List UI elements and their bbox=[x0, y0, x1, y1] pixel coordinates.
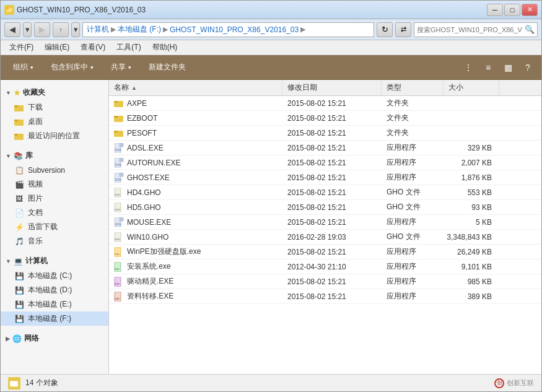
svg-text:EXE: EXE bbox=[115, 268, 120, 271]
table-row[interactable]: EXE 资料转移.EXE 2015-08-02 15:21 应用程序 389 K… bbox=[109, 289, 541, 304]
forward-button[interactable]: ▶ bbox=[34, 22, 50, 37]
new-folder-button[interactable]: 新建文件夹 bbox=[141, 58, 193, 77]
file-cell-type-3: 应用程序 bbox=[382, 142, 444, 153]
maximize-button[interactable]: □ bbox=[504, 4, 520, 16]
sidebar-item-pictures[interactable]: 🖼 图片 bbox=[1, 191, 108, 206]
include-library-button[interactable]: 包含到库中 ▾ bbox=[43, 58, 101, 77]
more-options-button[interactable]: ⋮ bbox=[460, 59, 477, 76]
file-cell-name: EXE 安装系统.exe bbox=[109, 261, 282, 272]
close-button[interactable]: ✕ bbox=[522, 4, 538, 16]
up-button[interactable]: ↑ bbox=[53, 22, 69, 37]
file-cell-name: EXE WinPE加强硬盘版.exe bbox=[109, 246, 282, 257]
menu-file[interactable]: 文件(F) bbox=[4, 41, 38, 54]
sidebar-item-documents[interactable]: 📄 文档 bbox=[1, 206, 108, 220]
table-row[interactable]: EXE AUTORUN.EXE 2015-08-02 15:21 应用程序 2,… bbox=[109, 155, 541, 170]
file-icon-0 bbox=[114, 98, 124, 108]
table-row[interactable]: GHO WIN10.GHO 2016-02-28 19:03 GHO 文件 3,… bbox=[109, 230, 541, 245]
explorer-window: 📁 GHOST_WIN10_PRO_X86_V2016_03 ─ □ ✕ ◀ ▾… bbox=[0, 0, 542, 392]
computer-header[interactable]: ▼ 💻 计算机 bbox=[1, 253, 108, 269]
minimize-button[interactable]: ─ bbox=[487, 4, 503, 16]
sidebar-item-video[interactable]: 🎬 视频 bbox=[1, 177, 108, 191]
menu-tools[interactable]: 工具(T) bbox=[111, 41, 146, 54]
path-segment-folder[interactable]: GHOST_WIN10_PRO_X86_V2016_03 bbox=[170, 25, 299, 34]
network-header[interactable]: ▶ 🌐 网络 bbox=[1, 331, 108, 346]
svg-rect-39 bbox=[10, 381, 13, 383]
share-button[interactable]: 共享 ▾ bbox=[103, 58, 139, 77]
organize-label: 组织 bbox=[13, 62, 28, 72]
recent-dropdown[interactable]: ▾ bbox=[71, 22, 80, 37]
sidebar-item-desktop[interactable]: 桌面 bbox=[1, 115, 108, 129]
sidebar-item-drive-c[interactable]: 💾 本地磁盘 (C:) bbox=[1, 269, 108, 283]
file-name-10: WinPE加强硬盘版.exe bbox=[127, 246, 201, 257]
table-row[interactable]: EXE MOUSE.EXE 2015-08-02 15:21 应用程序 5 KB bbox=[109, 215, 541, 230]
sidebar-item-thunder[interactable]: ⚡ 迅雷下载 bbox=[1, 220, 108, 234]
col-header-modified[interactable]: 修改日期 bbox=[282, 80, 382, 95]
table-row[interactable]: EZBOOT 2015-08-02 15:21 文件夹 bbox=[109, 111, 541, 126]
file-name-8: MOUSE.EXE bbox=[127, 218, 171, 227]
file-cell-size-4: 2,007 KB bbox=[444, 159, 499, 167]
search-icon[interactable]: 🔍 bbox=[525, 25, 535, 34]
table-row[interactable]: EXE WinPE加强硬盘版.exe 2015-08-02 15:21 应用程序… bbox=[109, 245, 541, 259]
svg-rect-3 bbox=[14, 120, 18, 121]
sidebar-item-drive-e[interactable]: 💾 本地磁盘 (E:) bbox=[1, 297, 108, 311]
thunder-label: 迅雷下载 bbox=[28, 222, 58, 232]
column-headers: 名称 ▲ 修改日期 类型 大小 bbox=[109, 80, 541, 96]
toolbar: 组织 ▾ 包含到库中 ▾ 共享 ▾ 新建文件夹 ⋮ ≡ ▦ ? bbox=[1, 55, 541, 80]
file-cell-modified-0: 2015-08-02 15:21 bbox=[282, 99, 382, 108]
search-input[interactable] bbox=[417, 26, 522, 33]
refresh-button[interactable]: ↻ bbox=[377, 22, 393, 37]
file-cell-name: EXE 资料转移.EXE bbox=[109, 291, 282, 302]
sidebar: ▼ ★ 收藏夹 下载 桌面 bbox=[1, 80, 109, 374]
col-header-size[interactable]: 大小 bbox=[444, 80, 499, 95]
organize-button[interactable]: 组织 ▾ bbox=[6, 58, 41, 77]
library-header[interactable]: ▼ 📚 库 bbox=[1, 148, 108, 163]
table-row[interactable]: GHO HD4.GHO 2015-08-02 15:21 GHO 文件 553 … bbox=[109, 185, 541, 200]
sidebar-item-music[interactable]: 🎵 音乐 bbox=[1, 234, 108, 248]
table-row[interactable]: PESOFT 2015-08-02 15:21 文件夹 bbox=[109, 126, 541, 141]
favorites-header[interactable]: ▼ ★ 收藏夹 bbox=[1, 85, 108, 100]
refresh-alt-button[interactable]: ⇄ bbox=[395, 22, 411, 37]
path-segment-computer[interactable]: 计算机 bbox=[87, 24, 109, 35]
table-row[interactable]: GHO HD5.GHO 2015-08-02 15:21 GHO 文件 93 K… bbox=[109, 200, 541, 215]
col-header-type[interactable]: 类型 bbox=[382, 80, 444, 95]
table-row[interactable]: EXE 驱动精灵.EXE 2015-08-02 15:21 应用程序 985 K… bbox=[109, 274, 541, 289]
file-cell-type-1: 文件夹 bbox=[382, 113, 444, 123]
file-icon-3: EXE bbox=[114, 143, 124, 153]
path-segment-drive[interactable]: 本地磁盘 (F:) bbox=[118, 24, 161, 35]
table-row[interactable]: AXPE 2015-08-02 15:21 文件夹 bbox=[109, 96, 541, 111]
thunder-icon: ⚡ bbox=[14, 222, 24, 232]
file-cell-type-5: 应用程序 bbox=[382, 172, 444, 183]
sidebar-item-recent[interactable]: 最近访问的位置 bbox=[1, 129, 108, 143]
table-row[interactable]: EXE ADSL.EXE 2015-08-02 15:21 应用程序 329 K… bbox=[109, 141, 541, 155]
favorites-expand-icon: ▼ bbox=[6, 90, 11, 96]
file-icon-8: EXE bbox=[114, 217, 124, 227]
path-sep-3: ▶ bbox=[300, 25, 305, 33]
back-button[interactable]: ◀ bbox=[4, 22, 20, 37]
file-cell-type-10: 应用程序 bbox=[382, 246, 444, 257]
view-options-button[interactable]: ≡ bbox=[479, 59, 497, 76]
file-icon-4: EXE bbox=[114, 158, 124, 168]
address-path[interactable]: 计算机 ▶ 本地磁盘 (F:) ▶ GHOST_WIN10_PRO_X86_V2… bbox=[82, 22, 374, 37]
file-cell-size-5: 1,876 KB bbox=[444, 173, 499, 182]
help-button[interactable]: ? bbox=[519, 59, 536, 76]
table-row[interactable]: EXE 安装系统.exe 2012-04-30 21:10 应用程序 9,101… bbox=[109, 259, 541, 274]
view-details-button[interactable]: ▦ bbox=[499, 59, 517, 76]
drive-e-icon: 💾 bbox=[14, 300, 24, 310]
music-icon: 🎵 bbox=[14, 237, 24, 246]
sidebar-item-subversion[interactable]: 📋 Subversion bbox=[1, 163, 108, 177]
sidebar-item-downloads[interactable]: 下载 bbox=[1, 100, 108, 115]
sidebar-item-drive-d[interactable]: 💾 本地磁盘 (D:) bbox=[1, 283, 108, 297]
file-name-9: WIN10.GHO bbox=[127, 233, 168, 242]
desktop-icon bbox=[14, 117, 24, 127]
back-dropdown[interactable]: ▾ bbox=[23, 22, 32, 37]
menu-edit[interactable]: 编辑(E) bbox=[40, 41, 74, 54]
drive-d-icon: 💾 bbox=[14, 285, 24, 295]
table-row[interactable]: EXE GHOST.EXE 2015-08-02 15:21 应用程序 1,87… bbox=[109, 170, 541, 185]
file-cell-name: EXE 驱动精灵.EXE bbox=[109, 276, 282, 287]
sidebar-item-drive-f[interactable]: 💾 本地磁盘 (F:) bbox=[1, 311, 108, 326]
title-bar: 📁 GHOST_WIN10_PRO_X86_V2016_03 ─ □ ✕ bbox=[1, 1, 541, 19]
menu-help[interactable]: 帮助(H) bbox=[147, 41, 183, 54]
menu-view[interactable]: 查看(V) bbox=[76, 41, 110, 54]
col-header-name[interactable]: 名称 ▲ bbox=[109, 80, 282, 95]
network-expand-icon: ▶ bbox=[6, 336, 10, 342]
